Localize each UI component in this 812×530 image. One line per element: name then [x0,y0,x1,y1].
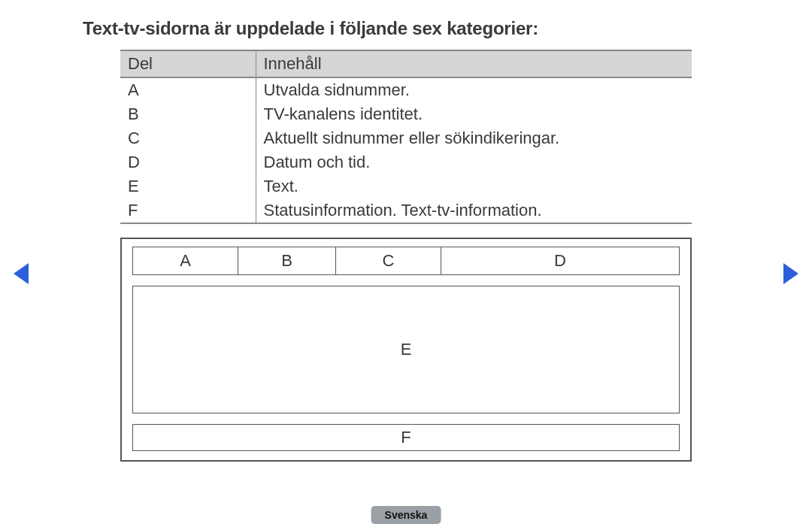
diagram-cell-a: A [133,247,238,274]
cell-innehall: Utvalda sidnummer. [256,77,692,102]
language-badge: Svenska [371,506,441,524]
table-row: D Datum och tid. [120,150,692,174]
diagram-top-row: A B C D [132,247,680,275]
th-del: Del [120,50,256,77]
diagram-cell-f: F [132,424,680,451]
cell-del: C [120,126,256,150]
table-row: A Utvalda sidnummer. [120,77,692,102]
table-row: C Aktuellt sidnummer eller sökindikering… [120,126,692,150]
prev-page-icon[interactable] [14,263,29,284]
categories-table: Del Innehåll A Utvalda sidnummer. B TV-k… [120,50,692,224]
cell-del: E [120,174,256,198]
diagram-cell-c: C [336,247,441,274]
cell-innehall: TV-kanalens identitet. [256,102,692,126]
cell-innehall: Datum och tid. [256,150,692,174]
cell-innehall: Text. [256,174,692,198]
cell-innehall: Aktuellt sidnummer eller sökindikeringar… [256,126,692,150]
layout-diagram: A B C D E F [120,238,692,462]
cell-del: F [120,198,256,223]
cell-del: D [120,150,256,174]
th-innehall: Innehåll [256,50,692,77]
cell-del: B [120,102,256,126]
table-row: F Statusinformation. Text-tv-information… [120,198,692,223]
diagram-cell-d: D [441,247,679,274]
table-row: B TV-kanalens identitet. [120,102,692,126]
diagram-cell-e: E [132,286,680,413]
diagram-cell-b: B [238,247,336,274]
page-title: Text-tv-sidorna är uppdelade i följande … [83,18,729,39]
cell-innehall: Statusinformation. Text-tv-information. [256,198,692,223]
cell-del: A [120,77,256,102]
next-page-icon[interactable] [783,263,798,284]
table-row: E Text. [120,174,692,198]
